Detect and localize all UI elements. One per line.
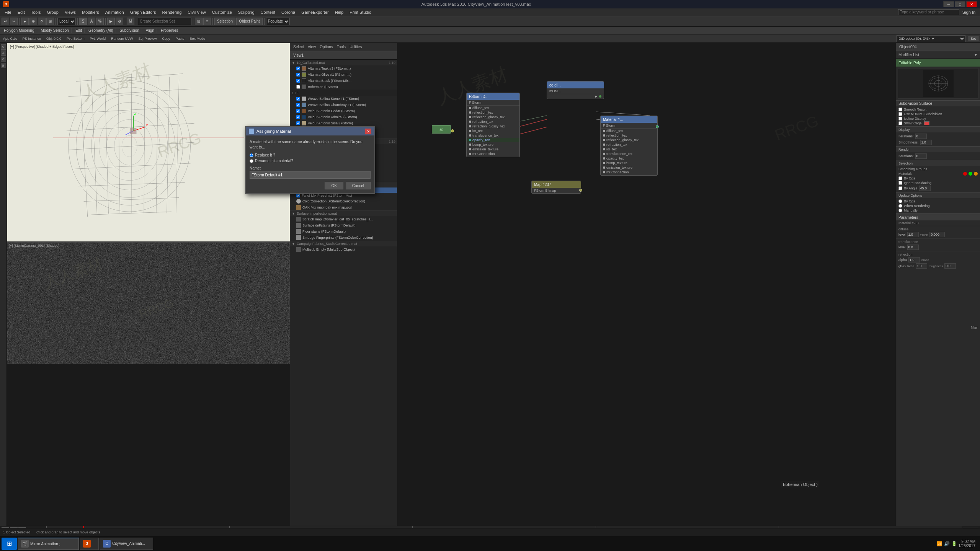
move-button[interactable]: ⊕ [29, 18, 37, 25]
connect-anchor-1[interactable] [451, 129, 454, 132]
rotate-tool[interactable]: ↺ [1, 57, 6, 62]
move-tool[interactable]: ✛ [1, 51, 6, 56]
menu-civil-view[interactable]: Civil View [185, 9, 209, 15]
iterations-display-input[interactable] [915, 134, 927, 139]
mat-checkbox-4[interactable] [296, 85, 300, 89]
mat-item-bohemian[interactable]: Bohemian (FStorm) [290, 84, 397, 90]
mat-checkbox-2[interactable] [296, 73, 300, 77]
menu-file[interactable]: File [2, 9, 15, 15]
modifier-editable-poly[interactable]: Editable Poly [896, 59, 980, 67]
selection-section-header[interactable]: Selection [896, 160, 980, 166]
surface-expand-icon[interactable]: ▼ [292, 212, 295, 215]
use-nurms-checkbox[interactable] [898, 112, 902, 116]
network-icon[interactable]: 📶 [937, 541, 942, 546]
redo-button[interactable]: ↪ [10, 18, 18, 25]
scale-tool[interactable]: ⊞ [1, 63, 6, 68]
map-237-node[interactable]: Map #237 FStormBitmap [531, 181, 581, 194]
layer-manager-button[interactable]: ≡ [203, 18, 211, 25]
mat-list-menu-view[interactable]: View [306, 45, 318, 49]
mat-item-weave-stone[interactable]: Weave Bellina Stone #1 (FStorm) [290, 96, 397, 102]
mat-item-weave-chambray[interactable]: Weave Bellina Chambray #1 (FStorm) [290, 102, 397, 108]
geometry-tab[interactable]: Geometry (All) [86, 28, 116, 33]
modify-selection-tab[interactable]: Modify Selection [39, 28, 72, 33]
toolbar-selection-btn[interactable]: Selection [214, 18, 235, 25]
battery-icon[interactable]: 🔋 [951, 541, 957, 546]
show-cage-checkbox[interactable] [898, 121, 902, 125]
by-ops-checkbox[interactable] [898, 176, 902, 180]
diffuse-velvet-input[interactable] [929, 232, 945, 237]
create-selection-set-input[interactable] [138, 18, 191, 25]
small-node-left[interactable]: ap [432, 125, 451, 134]
search-field[interactable] [898, 9, 959, 15]
menu-game-exporter[interactable]: GameExporter [298, 9, 332, 15]
node-graph-area[interactable]: 人人素材 RRCG FStorm D... F Storm diffuse_te… [397, 43, 896, 526]
sel-color-red[interactable] [963, 172, 967, 176]
translucence-level-input[interactable] [907, 245, 919, 250]
menu-tools[interactable]: Tools [28, 9, 44, 15]
mat-checkbox-3[interactable] [296, 79, 300, 83]
manually-radio[interactable] [898, 209, 902, 212]
menu-modifiers[interactable]: Modifiers [79, 9, 102, 15]
material-node-2[interactable]: Material #... F Storm diffuse_tex reflec… [600, 116, 658, 176]
reflection-alpha-input[interactable] [908, 257, 920, 262]
mat-view-tab[interactable]: View1 [290, 51, 397, 60]
box-mode-btn[interactable]: Box Mode [188, 36, 207, 41]
properties-tab[interactable]: Properties [158, 28, 181, 33]
pvt-bottom-btn[interactable]: Pvt: Bottom [65, 36, 86, 41]
reflection-gloss-input[interactable] [916, 263, 927, 269]
snap-toggle[interactable]: S [79, 18, 87, 25]
populate-dropdown[interactable]: Populate [266, 18, 290, 25]
pvt-world-btn[interactable]: Pvt: World [88, 36, 107, 41]
obj-pos-btn[interactable]: Obj: 0,0,0 [45, 36, 63, 41]
campaign-expand-icon[interactable]: ▼ [292, 242, 295, 246]
maximize-button[interactable]: □ [955, 1, 965, 7]
taskbar-mirror-animation[interactable]: 🎬 Mirror Animation ; [18, 538, 79, 550]
material-editor-button[interactable]: M [127, 18, 134, 25]
taskbar-3dsmax[interactable]: 3 [80, 538, 99, 550]
assign-dialog-close[interactable]: ✕ [365, 129, 371, 134]
expand-icon[interactable]: ▼ [292, 61, 295, 65]
when-rendering-radio[interactable] [898, 204, 902, 208]
scale-button[interactable]: ⊞ [46, 18, 54, 25]
display-section-header[interactable]: Display [896, 126, 980, 132]
menu-help[interactable]: Help [332, 9, 347, 15]
mat-item-altamira-olive[interactable]: Altamira Olive #1 (FStorm...) [290, 72, 397, 78]
mat-item-color-correction[interactable]: ColorCorrection (FStormColorCorrection) [290, 198, 397, 204]
start-button[interactable]: ⊞ [2, 538, 17, 550]
ignore-backfacing-checkbox[interactable] [898, 181, 902, 185]
modeling-tab[interactable]: Polygon Modeling [2, 28, 37, 33]
by-angle-input[interactable] [919, 186, 931, 191]
mat-item-multisub[interactable]: Multisub Empty (Multi/Sub-Object) [290, 246, 397, 253]
percent-snap-toggle[interactable]: % [96, 18, 104, 25]
sq-preview-btn[interactable]: Sq. Preview [137, 36, 158, 41]
dropbox-dropdown[interactable]: DtDropbox (D): D%> ▼ [897, 35, 965, 42]
by-ops-radio[interactable] [898, 199, 902, 203]
align-button[interactable]: ⊟ [195, 18, 203, 25]
mat-item-floor-stains[interactable]: Floor stains (FStormDefault) [290, 228, 397, 235]
by-angle-checkbox[interactable] [898, 186, 902, 190]
edit-tab[interactable]: Edit [73, 28, 85, 33]
menu-graph-editors[interactable]: Graph Editors [127, 9, 159, 15]
angle-snap-toggle[interactable]: A [88, 18, 95, 25]
close-button[interactable]: ✕ [966, 1, 977, 7]
modifier-list-arrow[interactable]: ▼ [974, 53, 978, 57]
mat-item-oak-mix[interactable]: OAK Mix map [oak mix map.jpg] [290, 204, 397, 210]
viewport-camera[interactable]: [+] [StormCamera_001] [Shaded] [7, 242, 290, 364]
menu-rendering[interactable]: Rendering [159, 9, 185, 15]
isoline-checkbox[interactable] [898, 117, 902, 121]
sel-color-orange[interactable] [974, 172, 978, 176]
mat-item-scratch[interactable]: Scratch map [DGravier_dirt_05_scratches_… [290, 216, 397, 222]
align-tab[interactable]: Align [144, 28, 157, 33]
toolbar-object-paint-btn[interactable]: Object Paint [236, 18, 262, 25]
set-button[interactable]: Set [968, 36, 978, 41]
cage-color-swatch[interactable] [924, 121, 929, 125]
iterations-render-input[interactable] [915, 153, 927, 159]
select-tool[interactable]: ↖ [1, 44, 6, 50]
replace-radio[interactable] [250, 153, 253, 157]
rename-radio[interactable] [250, 159, 253, 163]
smooth-result-checkbox[interactable] [898, 108, 902, 111]
mat-list-menu-tools[interactable]: Tools [335, 45, 347, 49]
render-section-header[interactable]: Render [896, 146, 980, 152]
ref-coord-dropdown[interactable]: LocalWorld [57, 18, 76, 25]
mat-item-velour-cedar[interactable]: Velour Antonio Cedar (FStorm) [290, 108, 397, 114]
